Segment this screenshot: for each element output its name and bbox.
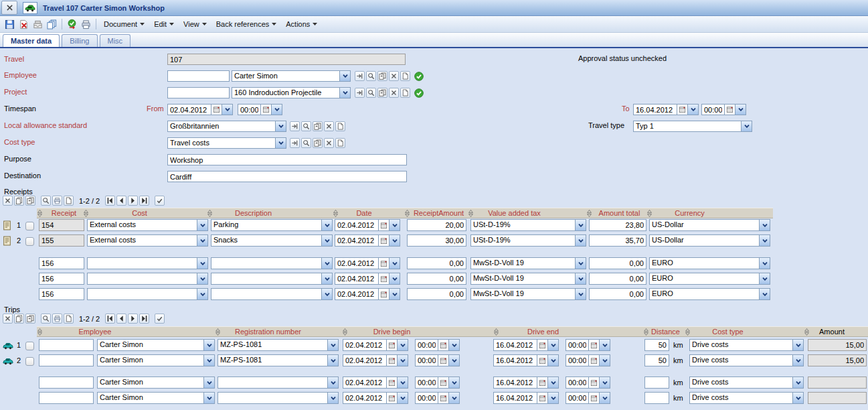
employee-code-input[interactable] (39, 377, 94, 389)
cost-combobox[interactable] (87, 273, 208, 285)
calendar-button[interactable] (438, 354, 449, 366)
chevron-down-icon[interactable] (792, 393, 803, 403)
employee-combobox[interactable]: Carter Simon (97, 392, 215, 404)
new-row-button[interactable] (64, 196, 74, 206)
distance-input[interactable] (644, 354, 669, 366)
distance-input[interactable] (644, 377, 669, 389)
next-page-button[interactable] (128, 196, 138, 206)
drive-end-date-input[interactable] (493, 377, 537, 389)
chevron-down-icon[interactable] (275, 138, 286, 148)
project-code-input[interactable] (167, 87, 230, 98)
calendar-button[interactable] (589, 354, 600, 366)
drive-end-time-input[interactable] (566, 392, 589, 404)
date-input[interactable] (335, 234, 379, 247)
calendar-button[interactable] (725, 104, 735, 115)
currency-combobox[interactable]: US-Dollar (649, 219, 770, 231)
print-button[interactable] (52, 196, 62, 206)
delete-row-button[interactable] (3, 314, 13, 324)
new-button[interactable] (335, 138, 345, 148)
drive-begin-time-input[interactable] (415, 354, 438, 366)
dropdown-button[interactable] (398, 354, 408, 366)
receipt-amount-input[interactable] (407, 219, 466, 231)
copy-row-button[interactable] (14, 196, 24, 206)
calendar-button[interactable] (537, 339, 548, 351)
chevron-down-icon[interactable] (575, 258, 586, 269)
dropdown-button[interactable] (735, 104, 746, 115)
first-page-button[interactable] (105, 196, 115, 206)
receipt-number-input[interactable] (39, 257, 84, 269)
calendar-button[interactable] (677, 104, 688, 115)
calendar-button[interactable] (589, 339, 600, 351)
drive-end-time-input[interactable] (566, 354, 589, 366)
chevron-down-icon[interactable] (741, 121, 752, 131)
column-header-employee[interactable]: Employee (37, 327, 148, 336)
calendar-button[interactable] (379, 273, 389, 285)
chevron-down-icon[interactable] (203, 377, 214, 388)
receipt-amount-input[interactable] (407, 257, 466, 269)
search-button[interactable] (366, 88, 376, 98)
currency-combobox[interactable]: EURO (649, 257, 770, 269)
close-button[interactable] (1, 1, 17, 15)
from-time-input[interactable] (238, 104, 261, 115)
drive-end-date-input[interactable] (493, 339, 537, 351)
vat-combobox[interactable]: MwSt-D-Voll 19 (470, 273, 586, 285)
goto-button[interactable] (355, 88, 365, 98)
check-in-button[interactable] (31, 18, 44, 31)
employee-code-input[interactable] (167, 70, 230, 82)
search-button[interactable] (301, 138, 311, 148)
travel-number-input[interactable] (167, 54, 406, 65)
chevron-down-icon[interactable] (321, 235, 332, 246)
chevron-down-icon[interactable] (792, 377, 803, 388)
employee-code-input[interactable] (39, 354, 94, 366)
tab-master-data[interactable]: Master data (3, 34, 60, 47)
employee-combobox[interactable]: Carter Simon (97, 339, 215, 351)
dropdown-button[interactable] (389, 219, 400, 231)
calendar-button[interactable] (261, 104, 272, 115)
column-header-registration[interactable]: Registration number (215, 327, 316, 336)
print-button[interactable] (80, 18, 92, 31)
chevron-down-icon[interactable] (197, 273, 207, 284)
local-allowance-combobox[interactable]: Großbritannien (167, 121, 286, 132)
calendar-button[interactable] (379, 257, 389, 269)
column-header-drive-end[interactable]: Drive end (494, 327, 588, 336)
from-date-input[interactable] (167, 104, 211, 115)
menu-item[interactable]: View (179, 17, 211, 31)
chevron-down-icon[interactable] (575, 289, 586, 299)
travel-type-combobox[interactable]: Typ 1 (633, 121, 752, 132)
amount-total-input[interactable] (589, 219, 646, 231)
vat-combobox[interactable]: USt-D-19% (470, 219, 586, 231)
date-input[interactable] (335, 288, 379, 300)
new-row-button[interactable] (64, 314, 74, 324)
calendar-button[interactable] (379, 234, 389, 247)
vat-combobox[interactable]: MwSt-D-Voll 19 (470, 257, 586, 269)
cost-combobox[interactable] (87, 257, 208, 269)
copy-button[interactable] (377, 71, 387, 81)
new-button[interactable] (400, 88, 410, 98)
dropdown-button[interactable] (449, 354, 460, 366)
amount-total-input[interactable] (589, 288, 646, 300)
row-checkbox[interactable] (25, 342, 34, 350)
chevron-down-icon[interactable] (327, 377, 338, 388)
vat-combobox[interactable]: USt-D-19% (470, 234, 586, 247)
dropdown-button[interactable] (389, 273, 400, 285)
column-header-cost-type[interactable]: Cost type (685, 327, 766, 336)
column-header-description[interactable]: Description (207, 208, 294, 218)
distance-input[interactable] (644, 339, 669, 351)
dropdown-button[interactable] (222, 104, 233, 115)
previous-page-button[interactable] (116, 196, 126, 206)
menu-item[interactable]: Document (99, 17, 149, 31)
calendar-button[interactable] (211, 104, 222, 115)
copy-row-button[interactable] (14, 314, 24, 324)
row-checkbox[interactable] (25, 237, 34, 246)
drive-end-time-input[interactable] (566, 377, 589, 389)
chevron-down-icon[interactable] (575, 235, 586, 246)
receipt-number-input[interactable] (39, 234, 84, 247)
clear-button[interactable] (389, 88, 399, 98)
description-combobox[interactable] (211, 273, 333, 285)
dropdown-button[interactable] (398, 377, 408, 389)
chevron-down-icon[interactable] (197, 220, 207, 230)
date-input[interactable] (335, 219, 379, 231)
calendar-button[interactable] (537, 392, 548, 404)
to-date-input[interactable] (633, 104, 677, 115)
destination-input[interactable] (167, 171, 407, 182)
